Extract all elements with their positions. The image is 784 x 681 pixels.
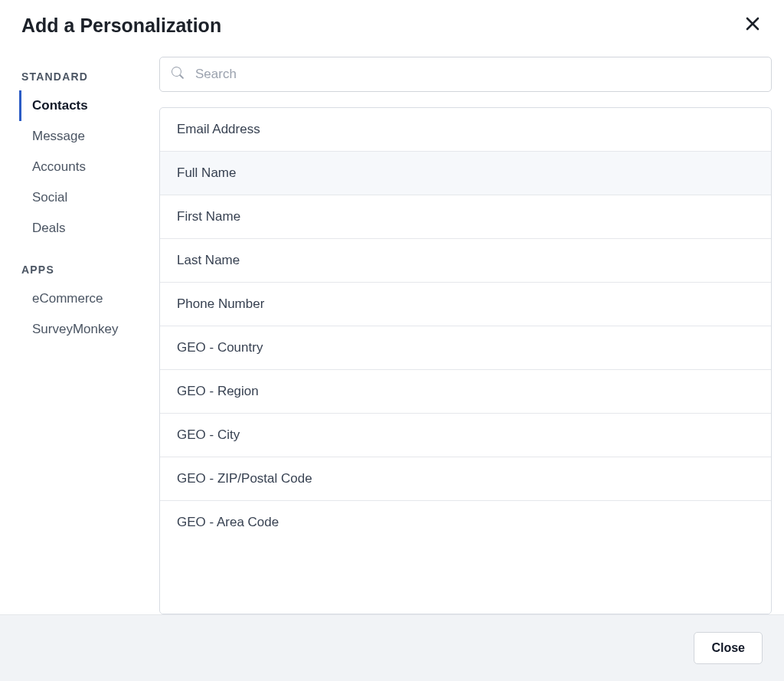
sidebar-list-standard: ContactsMessageAccountsSocialDeals <box>21 90 152 244</box>
list-item[interactable]: GEO - ZIP/Postal Code <box>160 457 771 501</box>
list-item[interactable]: GEO - Area Code <box>160 501 771 544</box>
search-input[interactable] <box>159 57 772 92</box>
main-panel: Email AddressFull NameFirst NameLast Nam… <box>159 46 776 614</box>
personalization-list[interactable]: Email AddressFull NameFirst NameLast Nam… <box>159 107 772 614</box>
modal-footer: Close <box>0 614 784 681</box>
sidebar-heading-apps: APPS <box>21 264 152 276</box>
list-item[interactable]: First Name <box>160 195 771 239</box>
close-button[interactable]: Close <box>694 632 763 664</box>
sidebar-heading-standard: STANDARD <box>21 70 152 83</box>
sidebar-item-ecommerce[interactable]: eCommerce <box>19 283 152 314</box>
sidebar-item-surveymonkey[interactable]: SurveyMonkey <box>19 314 152 345</box>
sidebar-item-deals[interactable]: Deals <box>19 213 152 244</box>
list-item[interactable]: Phone Number <box>160 283 771 326</box>
modal-body: STANDARD ContactsMessageAccountsSocialDe… <box>0 46 784 614</box>
list-item[interactable]: GEO - City <box>160 414 771 457</box>
list-item[interactable]: GEO - Country <box>160 326 771 370</box>
list-item[interactable]: Email Address <box>160 108 771 152</box>
modal-title: Add a Personalization <box>21 15 221 37</box>
sidebar: STANDARD ContactsMessageAccountsSocialDe… <box>21 46 159 614</box>
sidebar-item-message[interactable]: Message <box>19 121 152 152</box>
close-icon[interactable] <box>743 14 763 37</box>
modal-header: Add a Personalization <box>0 0 784 46</box>
personalization-modal: Add a Personalization STANDARD ContactsM… <box>0 0 784 681</box>
list-item[interactable]: Last Name <box>160 239 771 283</box>
sidebar-item-contacts[interactable]: Contacts <box>19 90 152 121</box>
search-wrap <box>159 57 772 92</box>
sidebar-item-social[interactable]: Social <box>19 182 152 213</box>
sidebar-list-apps: eCommerceSurveyMonkey <box>21 283 152 345</box>
list-item[interactable]: GEO - Region <box>160 370 771 414</box>
list-item[interactable]: Full Name <box>160 152 771 195</box>
sidebar-item-accounts[interactable]: Accounts <box>19 152 152 182</box>
